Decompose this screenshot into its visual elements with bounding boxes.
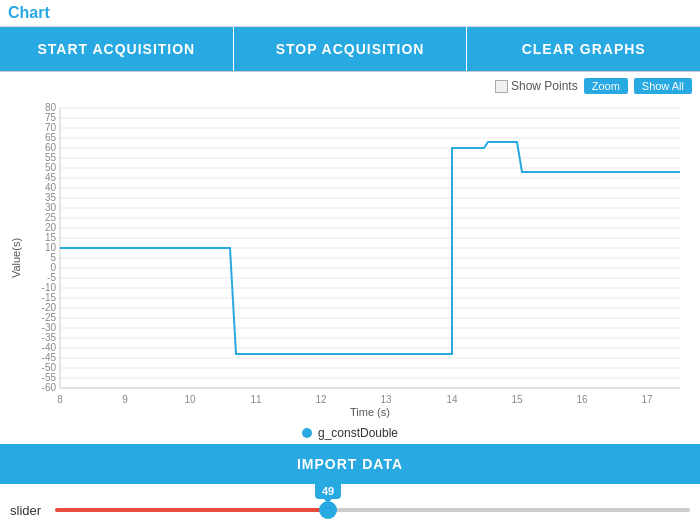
zoom-button[interactable]: Zoom	[584, 78, 628, 94]
chart-svg-wrapper: 80 75 70 65 60 55 50	[8, 98, 692, 422]
chart-svg[interactable]: 80 75 70 65 60 55 50	[8, 98, 690, 418]
slider-thumb[interactable]: 49	[319, 501, 337, 519]
import-data-button[interactable]: IMPORT DATA	[0, 444, 700, 484]
svg-text:15: 15	[511, 394, 523, 405]
svg-text:12: 12	[315, 394, 327, 405]
legend-dot	[302, 428, 312, 438]
show-points-checkbox[interactable]	[495, 80, 508, 93]
show-all-button[interactable]: Show All	[634, 78, 692, 94]
slider-label: slider	[10, 503, 45, 518]
chart-header: Chart	[0, 0, 700, 27]
svg-text:16: 16	[576, 394, 588, 405]
svg-text:11: 11	[250, 394, 262, 405]
svg-text:14: 14	[446, 394, 458, 405]
svg-text:17: 17	[641, 394, 653, 405]
x-axis: 8 9 10 11 12 13 14 15 16 17 Time (s)	[57, 394, 653, 418]
slider-section: slider 49	[0, 484, 700, 531]
svg-text:9: 9	[122, 394, 128, 405]
chart-area: Show Points Zoom Show All 80 75	[0, 72, 700, 440]
svg-text:-60: -60	[42, 382, 57, 393]
slider-tooltip: 49	[317, 483, 339, 499]
svg-text:10: 10	[184, 394, 196, 405]
page-title: Chart	[8, 4, 50, 21]
chart-controls: Show Points Zoom Show All	[8, 78, 692, 94]
svg-text:Time (s): Time (s)	[350, 406, 390, 418]
svg-text:13: 13	[380, 394, 392, 405]
slider-track-wrapper: 49	[55, 494, 690, 526]
slider-track	[55, 508, 690, 512]
button-bar: START ACQUISITION STOP ACQUISITION CLEAR…	[0, 27, 700, 72]
svg-text:8: 8	[57, 394, 63, 405]
show-points-label[interactable]: Show Points	[495, 79, 578, 93]
stop-acquisition-button[interactable]: STOP ACQUISITION	[234, 27, 468, 71]
clear-graphs-button[interactable]: CLEAR GRAPHS	[467, 27, 700, 71]
slider-fill	[55, 508, 328, 512]
start-acquisition-button[interactable]: START ACQUISITION	[0, 27, 234, 71]
legend-series-name: g_constDouble	[318, 426, 398, 440]
y-axis-label: Value(s)	[10, 238, 22, 278]
chart-legend: g_constDouble	[8, 426, 692, 440]
